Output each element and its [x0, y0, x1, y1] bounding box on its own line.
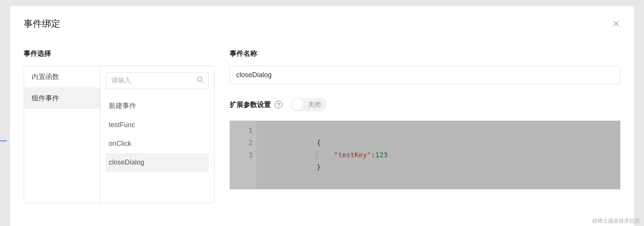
event-name-input[interactable] — [230, 66, 620, 84]
event-config-panel: 事件名称 扩展参数设置 ? 关闭 1 2 3 { — [230, 49, 620, 203]
search-input[interactable] — [106, 72, 209, 89]
dialog-title: 事件绑定 — [24, 18, 60, 30]
event-search — [106, 72, 209, 89]
event-select-panel: 事件选择 内置函数 组件事件 新建事件 testFunc onClick — [24, 49, 214, 203]
indent-guide — [317, 151, 317, 160]
event-item-new[interactable]: 新建事件 — [106, 96, 209, 116]
code-body[interactable]: { "testKey":123 } — [256, 121, 620, 189]
code-line: { — [267, 124, 610, 137]
event-selector-box: 内置函数 组件事件 新建事件 testFunc onClick closeDia… — [24, 66, 214, 203]
code-editor[interactable]: 1 2 3 { "testKey":123 } — [230, 121, 620, 189]
line-number: 2 — [230, 137, 253, 149]
event-category-tabs: 内置函数 组件事件 — [24, 66, 100, 203]
toggle-label: 关闭 — [308, 100, 321, 109]
tab-builtin-functions[interactable]: 内置函数 — [24, 66, 100, 87]
dialog-header: 事件绑定 — [24, 18, 620, 30]
params-toggle[interactable]: 关闭 — [291, 98, 327, 111]
event-item-onclick[interactable]: onClick — [106, 134, 209, 153]
tab-component-events[interactable]: 组件事件 — [24, 87, 100, 109]
search-icon[interactable] — [196, 76, 204, 85]
bg-accent-line — [0, 140, 7, 141]
params-label: 扩展参数设置 — [230, 100, 271, 109]
close-icon[interactable] — [612, 19, 620, 28]
watermark: @稀土掘金技术社区 — [592, 218, 640, 224]
code-gutter: 1 2 3 — [230, 121, 256, 189]
help-icon[interactable]: ? — [275, 101, 282, 108]
event-item-testfunc[interactable]: testFunc — [106, 116, 209, 134]
toggle-knob — [292, 99, 303, 110]
dialog-content: 事件选择 内置函数 组件事件 新建事件 testFunc onClick — [24, 49, 620, 203]
event-select-label: 事件选择 — [24, 49, 214, 58]
event-item-closedialog[interactable]: closeDialog — [106, 153, 209, 172]
line-number: 1 — [230, 124, 253, 137]
line-number: 3 — [230, 149, 253, 161]
event-binding-dialog: 事件绑定 事件选择 内置函数 组件事件 — [10, 6, 634, 226]
event-list-column: 新建事件 testFunc onClick closeDialog — [100, 66, 214, 203]
svg-point-0 — [198, 77, 202, 82]
event-name-label: 事件名称 — [230, 49, 620, 58]
params-row: 扩展参数设置 ? 关闭 — [230, 98, 620, 111]
